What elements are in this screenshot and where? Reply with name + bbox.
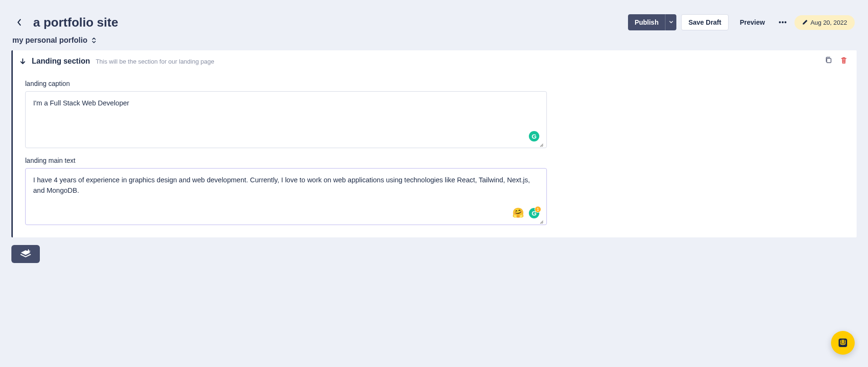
- publish-button[interactable]: Publish: [628, 14, 665, 30]
- section-card: Landing section This will be the section…: [11, 50, 857, 237]
- section-description: This will be the section for our landing…: [96, 58, 214, 65]
- add-layer-icon: [19, 249, 32, 259]
- save-draft-button[interactable]: Save Draft: [681, 14, 728, 30]
- resize-handle-icon[interactable]: [539, 142, 544, 149]
- selector-icon[interactable]: [91, 37, 97, 44]
- trash-icon: [840, 56, 848, 64]
- back-button[interactable]: [13, 17, 25, 28]
- ellipsis-icon: •••: [779, 19, 787, 26]
- arrow-down-icon: [19, 58, 26, 65]
- grammarly-badge: 1: [535, 206, 541, 213]
- intercom-chat-button[interactable]: [831, 331, 855, 355]
- grammarly-icon[interactable]: G: [529, 131, 539, 141]
- model-selector-label[interactable]: my personal porfolio: [12, 36, 87, 45]
- intercom-icon: [837, 337, 849, 348]
- caret-down-icon: [669, 21, 673, 24]
- hug-emoji-icon[interactable]: 🤗: [512, 207, 524, 218]
- copy-section-button[interactable]: [824, 56, 833, 65]
- preview-button[interactable]: Preview: [733, 14, 772, 30]
- pencil-icon: [802, 19, 808, 25]
- resize-handle-icon[interactable]: [539, 219, 544, 226]
- field-label-maintext: landing main text: [25, 157, 846, 164]
- publish-dropdown-button[interactable]: [665, 14, 676, 30]
- landing-caption-input[interactable]: [25, 91, 547, 148]
- svg-rect-0: [827, 58, 831, 63]
- schedule-date-chip[interactable]: Aug 20, 2022: [794, 15, 855, 30]
- schedule-date-label: Aug 20, 2022: [811, 19, 847, 26]
- section-title: Landing section: [32, 57, 90, 66]
- more-options-button[interactable]: •••: [776, 14, 790, 30]
- copy-icon: [825, 56, 832, 64]
- delete-section-button[interactable]: [840, 56, 848, 65]
- field-label-caption: landing caption: [25, 80, 846, 87]
- chevron-left-icon: [17, 19, 21, 26]
- page-title: a portfolio site: [33, 15, 118, 30]
- landing-main-text-input[interactable]: [25, 168, 547, 225]
- add-section-button[interactable]: [11, 245, 40, 263]
